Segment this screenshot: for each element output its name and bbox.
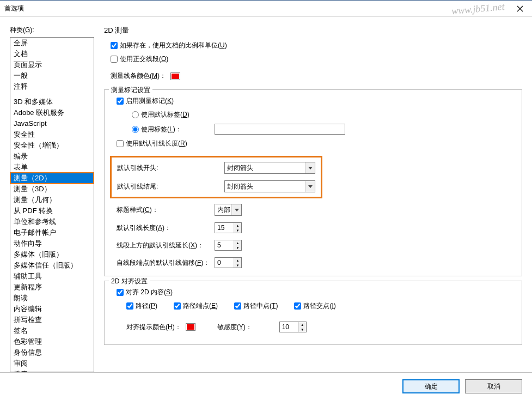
category-list[interactable]: 全屏文档页面显示一般注释3D 和多媒体Adobe 联机服务JavaScript安… (10, 37, 94, 372)
row-leader-length: 默认引线长度(A)： ▲▼ (117, 222, 516, 233)
category-item[interactable]: 审阅 (10, 358, 94, 369)
close-icon (517, 5, 523, 12)
category-item[interactable]: 辅助工具 (10, 271, 94, 282)
lbl-path: 路径(P) (136, 301, 157, 311)
category-item[interactable]: 安全性（增强） (10, 140, 94, 151)
cancel-button[interactable]: 取消 (465, 379, 522, 393)
spinner-buttons[interactable]: ▲▼ (234, 223, 241, 233)
dropdown-leader-end[interactable]: 封闭箭头 (224, 180, 315, 192)
category-item[interactable]: 内容编辑 (10, 304, 94, 314)
spinner-leader-length[interactable]: ▲▼ (215, 222, 242, 233)
chk-use-doc-scale[interactable] (111, 42, 118, 49)
lbl-path-midpoint: 路径中点(T) (243, 301, 278, 311)
lbl-path-endpoint: 路径端点(E) (183, 301, 218, 311)
category-item[interactable]: 页面显示 (10, 59, 94, 70)
settings-panel: 2D 测量 如果存在，使用文档的比例和单位(U) 使用正交线段(O) 测量线条颜… (104, 26, 522, 372)
category-item[interactable]: JavaScript (10, 118, 94, 129)
val-caption-style: 内部 (217, 205, 230, 215)
input-leader-ext[interactable] (215, 240, 234, 250)
category-item[interactable]: 色彩管理 (10, 336, 94, 347)
chk-path[interactable] (126, 302, 133, 310)
category-item[interactable]: 签名 (10, 325, 94, 336)
opt-path-endpoint: 路径端点(E) (174, 301, 218, 311)
lbl-use-doc-scale: 如果存在，使用文档的比例和单位(U) (120, 41, 227, 50)
row-align-opts: 路径(P) 路径端点(E) 路径中点(T) 路径交点(I) (126, 301, 516, 315)
category-item[interactable]: 编录 (10, 151, 94, 162)
row-use-doc-scale: 如果存在，使用文档的比例和单位(U) (111, 41, 522, 50)
chk-enable-mark[interactable] (117, 98, 124, 105)
line-color-swatch[interactable] (170, 72, 180, 80)
lbl-radio-use: 使用标签(L)： (141, 125, 182, 134)
row-leader-ext: 线段上方的默认引线延长(X)： ▲▼ (117, 240, 516, 251)
ok-button[interactable]: 确定 (402, 379, 460, 393)
input-sensitivity[interactable] (280, 322, 298, 332)
chk-path-midpoint[interactable] (234, 302, 241, 310)
spinner-leader-ext[interactable]: ▲▼ (215, 240, 242, 251)
opt-path-intersect: 路径交点(I) (294, 301, 335, 311)
chk-default-leader-len[interactable] (117, 140, 124, 147)
category-item[interactable]: 多媒体信任（旧版） (10, 260, 94, 271)
legend-mark: 测量标记设置 (109, 86, 152, 95)
category-panel: 种类(G): 全屏文档页面显示一般注释3D 和多媒体Adobe 联机服务Java… (10, 26, 94, 372)
fieldset-align: 2D 对齐设置 对齐 2D 内容(S) 路径(P) 路径端点(E) 路径中点(T… (104, 281, 522, 345)
input-leader-length[interactable] (215, 223, 234, 233)
category-item[interactable]: 一般 (10, 70, 94, 81)
spinner-buttons[interactable]: ▲▼ (234, 258, 241, 268)
spinner-buttons[interactable]: ▲▼ (234, 240, 241, 250)
category-item[interactable]: 3D 和多媒体 (10, 96, 94, 107)
category-item[interactable]: 表单 (10, 162, 94, 173)
category-item[interactable]: 单位和参考线 (10, 216, 94, 227)
category-item[interactable]: 测量（2D） (10, 173, 94, 184)
lbl-orth-lines: 使用正交线段(O) (120, 54, 168, 64)
category-item[interactable]: 更新程序 (10, 282, 94, 293)
category-item[interactable]: 从 PDF 转换 (10, 205, 94, 216)
val-leader-end: 封闭箭头 (227, 182, 253, 191)
category-item[interactable]: 身份信息 (10, 347, 94, 358)
lbl-path-intersect: 路径交点(I) (303, 301, 335, 311)
highlight-box: 默认引线开头: 封闭箭头 默认引线结尾: 封闭箭头 (110, 156, 322, 198)
label-input[interactable] (215, 124, 345, 135)
category-item[interactable]: 朗读 (10, 293, 94, 304)
input-leader-offset[interactable] (215, 258, 234, 268)
row-leader-begin: 默认引线开头: 封闭箭头 (117, 162, 315, 174)
row-default-leader-len: 使用默认引线长度(R) (117, 139, 516, 148)
chk-align-2d[interactable] (117, 289, 124, 296)
chevron-down-icon (305, 181, 315, 192)
hint-color-swatch[interactable] (186, 323, 195, 331)
chk-path-endpoint[interactable] (174, 302, 181, 310)
content-area: 种类(G): 全屏文档页面显示一般注释3D 和多媒体Adobe 联机服务Java… (0, 17, 532, 372)
category-item[interactable]: 测量（3D） (10, 184, 94, 195)
category-item[interactable]: 测量（几何） (10, 195, 94, 205)
category-item[interactable]: 多媒体（旧版） (10, 249, 94, 260)
chk-path-intersect[interactable] (294, 302, 301, 310)
category-item[interactable]: 动作向导 (10, 238, 94, 249)
category-item[interactable]: 安全性 (10, 129, 94, 140)
row-orth-lines: 使用正交线段(O) (111, 54, 522, 64)
spinner-leader-offset[interactable]: ▲▼ (215, 257, 242, 268)
preferences-dialog: 首选项 www.jb51.net 种类(G): 全屏文档页面显示一般注释3D 和… (0, 0, 532, 400)
category-item[interactable]: 文档 (10, 49, 94, 59)
lbl-caption-style: 标题样式(C)： (117, 205, 215, 215)
spinner-sensitivity[interactable]: ▲▼ (279, 322, 307, 332)
category-item[interactable]: 全屏 (10, 38, 94, 49)
lbl-line-color: 测量线条颜色(M)： (111, 71, 166, 81)
dropdown-leader-begin[interactable]: 封闭箭头 (224, 162, 315, 174)
lbl-leader-end: 默认引线结尾: (117, 182, 181, 191)
category-item[interactable]: 电子邮件帐户 (10, 227, 94, 238)
spinner-buttons[interactable]: ▲▼ (298, 322, 306, 332)
lbl-hint-color: 对齐提示颜色(H)： (126, 323, 181, 332)
chk-orth-lines[interactable] (111, 56, 118, 63)
close-button[interactable] (507, 1, 532, 17)
radio-default-label[interactable] (132, 111, 139, 118)
opt-path: 路径(P) (126, 301, 157, 311)
category-item[interactable]: Adobe 联机服务 (10, 107, 94, 118)
category-item[interactable]: 注释 (10, 81, 94, 92)
lbl-leader-ext: 线段上方的默认引线延长(X)： (117, 241, 215, 250)
category-item[interactable]: 拼写检查 (10, 314, 94, 325)
lbl-leader-begin: 默认引线开头: (117, 163, 181, 173)
footer: 确定 取消 (0, 372, 532, 400)
row-leader-offset: 自线段端点的默认引线偏移(F)： ▲▼ (117, 257, 516, 268)
window-title: 首选项 (4, 4, 24, 13)
radio-use-label[interactable] (132, 126, 139, 133)
dropdown-caption-style[interactable]: 内部 (215, 204, 242, 216)
